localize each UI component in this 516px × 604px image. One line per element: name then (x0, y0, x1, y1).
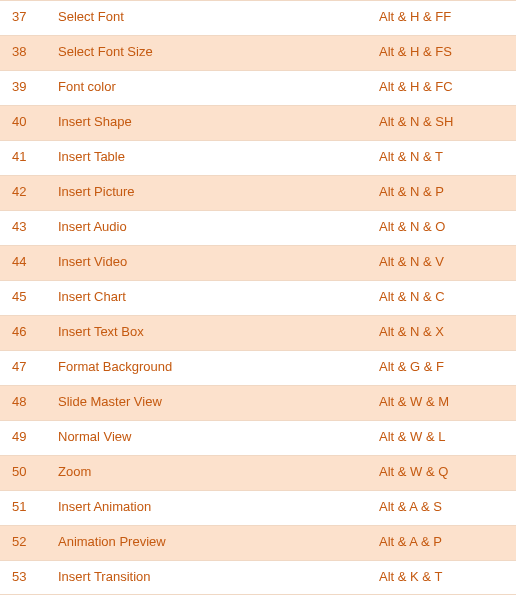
row-number: 50 (0, 456, 50, 490)
row-number: 52 (0, 526, 50, 560)
shortcut-name: Insert Text Box (50, 316, 371, 350)
shortcut-name: Insert Table (50, 141, 371, 175)
shortcut-keys: Alt & N & P (371, 176, 516, 210)
shortcut-keys: Alt & K & T (371, 561, 516, 594)
shortcut-keys: Alt & W & M (371, 386, 516, 420)
shortcut-name: Insert Transition (50, 561, 371, 594)
shortcut-keys: Alt & G & F (371, 351, 516, 385)
shortcut-keys: Alt & N & SH (371, 106, 516, 140)
table-row: 46Insert Text BoxAlt & N & X (0, 315, 516, 350)
row-number: 38 (0, 36, 50, 70)
shortcut-name: Zoom (50, 456, 371, 490)
table-row: 48Slide Master ViewAlt & W & M (0, 385, 516, 420)
table-row: 40Insert ShapeAlt & N & SH (0, 105, 516, 140)
row-number: 51 (0, 491, 50, 525)
row-number: 37 (0, 1, 50, 35)
table-row: 43Insert AudioAlt & N & O (0, 210, 516, 245)
table-row: 45Insert ChartAlt & N & C (0, 280, 516, 315)
shortcut-name: Insert Picture (50, 176, 371, 210)
row-number: 40 (0, 106, 50, 140)
shortcut-name: Insert Chart (50, 281, 371, 315)
shortcut-keys: Alt & W & L (371, 421, 516, 455)
shortcut-name: Normal View (50, 421, 371, 455)
table-row: 47Format BackgroundAlt & G & F (0, 350, 516, 385)
shortcut-name: Insert Video (50, 246, 371, 280)
shortcut-name: Format Background (50, 351, 371, 385)
table-row: 41Insert TableAlt & N & T (0, 140, 516, 175)
row-number: 41 (0, 141, 50, 175)
shortcut-keys: Alt & H & FC (371, 71, 516, 105)
row-number: 47 (0, 351, 50, 385)
shortcut-name: Animation Preview (50, 526, 371, 560)
shortcuts-table: 37Select FontAlt & H & FF38Select Font S… (0, 0, 516, 595)
row-number: 45 (0, 281, 50, 315)
row-number: 39 (0, 71, 50, 105)
shortcut-keys: Alt & W & Q (371, 456, 516, 490)
shortcut-keys: Alt & N & X (371, 316, 516, 350)
table-row: 50ZoomAlt & W & Q (0, 455, 516, 490)
shortcut-name: Slide Master View (50, 386, 371, 420)
table-row: 38Select Font SizeAlt & H & FS (0, 35, 516, 70)
table-row: 53Insert TransitionAlt & K & T (0, 560, 516, 595)
shortcut-name: Insert Audio (50, 211, 371, 245)
shortcut-name: Select Font Size (50, 36, 371, 70)
table-row: 49Normal ViewAlt & W & L (0, 420, 516, 455)
row-number: 46 (0, 316, 50, 350)
table-row: 42Insert PictureAlt & N & P (0, 175, 516, 210)
table-row: 39Font colorAlt & H & FC (0, 70, 516, 105)
row-number: 42 (0, 176, 50, 210)
table-row: 37Select FontAlt & H & FF (0, 0, 516, 35)
row-number: 48 (0, 386, 50, 420)
table-row: 44Insert VideoAlt & N & V (0, 245, 516, 280)
shortcut-name: Insert Shape (50, 106, 371, 140)
shortcut-name: Insert Animation (50, 491, 371, 525)
table-row: 51Insert AnimationAlt & A & S (0, 490, 516, 525)
shortcut-keys: Alt & H & FF (371, 1, 516, 35)
shortcut-keys: Alt & N & O (371, 211, 516, 245)
table-row: 52Animation PreviewAlt & A & P (0, 525, 516, 560)
row-number: 43 (0, 211, 50, 245)
shortcut-keys: Alt & A & S (371, 491, 516, 525)
shortcut-keys: Alt & A & P (371, 526, 516, 560)
row-number: 49 (0, 421, 50, 455)
row-number: 44 (0, 246, 50, 280)
shortcut-keys: Alt & N & V (371, 246, 516, 280)
shortcut-name: Font color (50, 71, 371, 105)
row-number: 53 (0, 561, 50, 594)
shortcut-keys: Alt & H & FS (371, 36, 516, 70)
shortcut-keys: Alt & N & C (371, 281, 516, 315)
shortcut-name: Select Font (50, 1, 371, 35)
shortcut-keys: Alt & N & T (371, 141, 516, 175)
